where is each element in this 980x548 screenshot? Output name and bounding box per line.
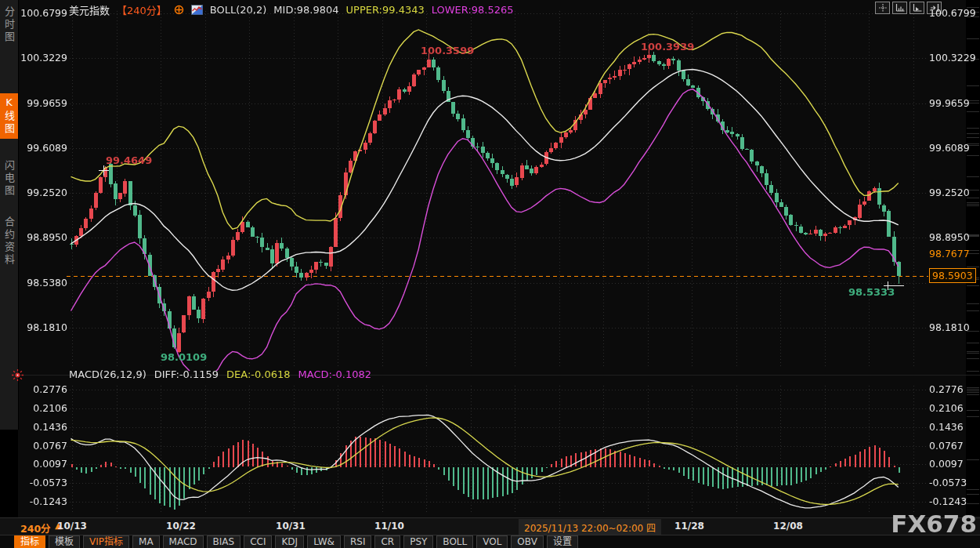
price-axis-label: 98.1810 [929, 321, 980, 333]
watermark: FX678 [891, 510, 977, 538]
chart-legend: 美元指数 【240分】 BOLL(20,2) MID:98.9804 UPPER… [69, 2, 514, 17]
crosshair-icon[interactable] [875, 2, 890, 14]
price-axis-label: 100.3229 [16, 52, 67, 64]
chart-canvas[interactable] [18, 0, 980, 517]
current-price-box: 98.5903 [929, 268, 976, 283]
boll-lower-value: LOWER:98.5265 [432, 4, 514, 16]
toolbar-button-boll[interactable]: BOLL [436, 535, 473, 548]
macd-axis-label: 0.2106 [929, 402, 980, 414]
price-axis-label: 99.9659 [16, 97, 67, 109]
swing-high-label: 99.4649 [106, 154, 152, 166]
price-axis-label: 99.9659 [929, 97, 980, 109]
macd-axis-label: 0.0767 [16, 440, 67, 452]
price-axis-label: 100.3229 [929, 52, 980, 64]
macd-axis-label: 0.2776 [929, 383, 980, 395]
toolbar-button-ma[interactable]: MA [132, 535, 160, 548]
toolbar-button-macd[interactable]: MACD [163, 535, 204, 548]
compress-left-icon[interactable] [892, 2, 907, 14]
toolbar-button-cr[interactable]: CR [374, 535, 400, 548]
macd-axis-label: -0.1243 [929, 495, 980, 507]
prev-price-label: 98.7677 [929, 248, 980, 259]
toolbar-button-vip指标[interactable]: VIP指标 [83, 535, 129, 548]
macd-axis-label: 0.1436 [929, 421, 980, 433]
timeframe-label[interactable]: 240分 [20, 521, 51, 535]
price-axis-label: 98.1810 [16, 321, 67, 333]
macd-diff-value: DIFF:-0.1159 [154, 368, 219, 380]
instrument-name: 美元指数 [69, 2, 110, 17]
swing-high-label: 100.3599 [421, 45, 474, 56]
swing-low-label: 98.0109 [161, 351, 207, 363]
date-tick-label: 10/13 [55, 521, 89, 532]
macd-axis-label: 0.0097 [16, 458, 67, 470]
toolbar-button-obv[interactable]: OBV [511, 535, 544, 548]
boll-settings-label: BOLL(20,2) [210, 4, 267, 16]
price-axis-label: 99.6089 [16, 142, 67, 154]
macd-axis-label: 0.1436 [16, 421, 67, 433]
macd-axis-label: -0.1243 [16, 495, 67, 507]
date-tick-label: 12/08 [771, 521, 805, 532]
toolbar-button-psy[interactable]: PSY [403, 535, 433, 548]
date-tick-label: 11/28 [672, 521, 707, 532]
compress-right-icon[interactable] [909, 2, 924, 14]
price-axis-label: 99.6089 [929, 142, 980, 154]
toolbar-button-bias[interactable]: BIAS [207, 535, 241, 548]
toolbar-button-模板[interactable]: 模板 [49, 535, 80, 548]
boll-upper-value: UPPER:99.4343 [346, 4, 425, 16]
toolbar-button-kdj[interactable]: KDJ [275, 535, 304, 548]
date-tick-label: 10/31 [273, 521, 308, 532]
indicator-toolbar: 指标模板VIP指标MAMACDBIASCCIKDJLW&RSICRPSYBOLL… [0, 535, 980, 548]
macd-dea-value: DEA:-0.0618 [226, 368, 290, 380]
time-axis: 240分 ▲ 10/1310/2210/3111/1011/2812/08 20… [0, 517, 980, 535]
selected-time-readout: 2025/11/13 22:00~02:00 四 [519, 519, 661, 535]
price-axis-label: 98.8950 [929, 231, 980, 243]
price-axis-label: 99.2520 [16, 187, 67, 198]
sidebar-background [0, 0, 19, 430]
toolbar-button-设置[interactable]: 设置 [547, 535, 578, 548]
macd-legend: MACD(26,12,9) DIFF:-0.1159 DEA:-0.0618 M… [69, 368, 371, 380]
macd-axis-label: 0.2776 [16, 383, 67, 395]
trading-terminal: { "header": { "symbol": "美元指数", "period"… [0, 0, 980, 548]
toolbar-button-cci[interactable]: CCI [244, 535, 272, 548]
price-axis-label: 99.2520 [929, 187, 980, 198]
boll-mid-value: MID:98.9804 [273, 4, 338, 16]
toolbar-button-lw&[interactable]: LW& [307, 535, 341, 548]
macd-axis-label: -0.0573 [929, 477, 980, 488]
macd-value: MACD:-0.1082 [298, 368, 372, 380]
macd-axis-label: 0.0767 [929, 440, 980, 452]
period-label: 【240分】 [117, 2, 167, 17]
price-axis-label: 100.6799 [929, 7, 980, 19]
price-axis-label: 98.5380 [16, 277, 67, 289]
toolbar-button-rsi[interactable]: RSI [344, 535, 372, 548]
macd-axis-label: -0.0573 [16, 477, 67, 488]
mini-chart-icon[interactable] [191, 5, 203, 15]
swing-high-label: 100.3939 [641, 41, 694, 53]
date-tick-label: 10/22 [164, 521, 198, 532]
macd-axis-label: 0.2106 [16, 402, 67, 414]
macd-settings-label: MACD(26,12,9) [69, 368, 146, 380]
toolbar-button-vol[interactable]: VOL [476, 535, 508, 548]
macd-axis-label: 0.0097 [929, 458, 980, 470]
price-axis-label: 100.6799 [16, 7, 67, 19]
panel-divider-handle-icon[interactable] [11, 368, 24, 382]
target-icon[interactable] [174, 5, 184, 15]
date-tick-label: 11/10 [372, 521, 407, 532]
toolbar-button-指标[interactable]: 指标 [14, 535, 45, 548]
price-axis-label: 98.8950 [16, 231, 67, 243]
swing-low-label: 98.5333 [848, 286, 895, 298]
